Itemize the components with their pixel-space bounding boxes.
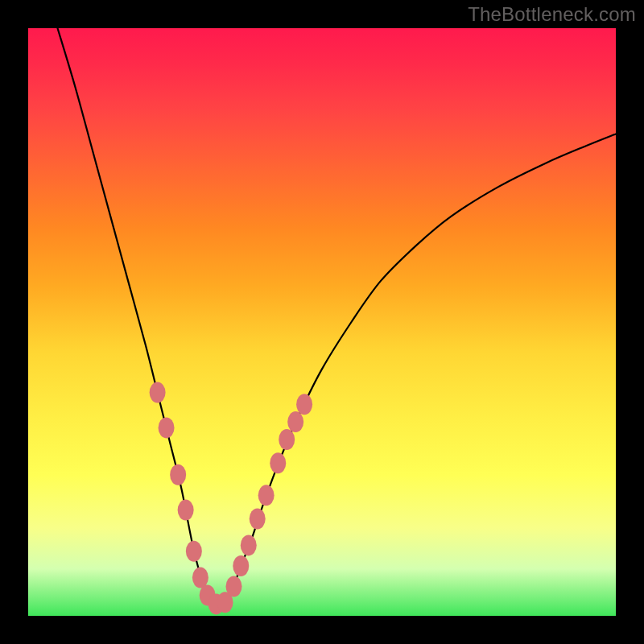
curve-marker — [150, 382, 166, 403]
curve-marker — [241, 535, 257, 555]
curve-marker — [186, 541, 202, 562]
curve-marker — [250, 509, 266, 530]
curve-marker — [270, 452, 286, 473]
plot-area — [28, 28, 616, 616]
curve-marker — [279, 429, 295, 450]
curve-marker — [258, 485, 275, 506]
curve-marker — [296, 394, 312, 415]
chart-stage: TheBottleneck.com — [0, 0, 644, 644]
bottleneck-curve — [58, 28, 617, 605]
curve-marker — [192, 568, 208, 588]
curve-marker — [159, 417, 175, 438]
curve-markers — [150, 382, 313, 615]
curve-marker — [233, 555, 249, 576]
watermark-text: TheBottleneck.com — [468, 3, 636, 26]
curve-marker — [287, 411, 303, 432]
curve-layer — [28, 28, 616, 616]
curve-marker — [170, 464, 186, 485]
curve-marker — [226, 576, 242, 597]
curve-marker — [178, 500, 194, 521]
